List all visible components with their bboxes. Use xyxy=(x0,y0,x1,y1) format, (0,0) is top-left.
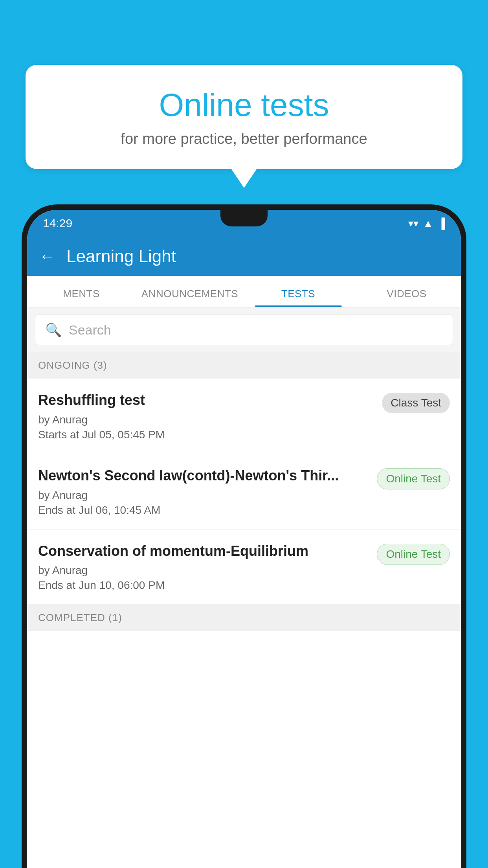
test-list: Reshuffling test by Anurag Starts at Jul… xyxy=(27,379,461,605)
test-item[interactable]: Reshuffling test by Anurag Starts at Jul… xyxy=(27,379,461,454)
notch xyxy=(220,210,268,226)
phone-frame: 14:29 ▾▾ ▲ ▐ ← Learning Light MENTS ANNO… xyxy=(22,204,466,868)
test-info: Reshuffling test by Anurag Starts at Jul… xyxy=(38,391,374,441)
speech-bubble-subtitle: for more practice, better performance xyxy=(49,131,439,147)
test-date: Starts at Jul 05, 05:45 PM xyxy=(38,428,374,441)
test-info: Conservation of momentum-Equilibrium by … xyxy=(38,542,369,592)
ongoing-section-header: ONGOING (3) xyxy=(27,352,461,379)
test-item[interactable]: Conservation of momentum-Equilibrium by … xyxy=(27,530,461,605)
test-by: by Anurag xyxy=(38,414,374,426)
test-badge-online-2: Online Test xyxy=(377,544,450,565)
speech-bubble: Online tests for more practice, better p… xyxy=(26,65,462,169)
app-header: ← Learning Light xyxy=(27,237,461,276)
tab-announcements[interactable]: ANNOUNCEMENTS xyxy=(136,288,244,307)
search-bar[interactable]: 🔍 Search xyxy=(35,314,453,345)
status-icons: ▾▾ ▲ ▐ xyxy=(408,217,445,230)
completed-section-header: COMPLETED (1) xyxy=(27,605,461,631)
test-name: Reshuffling test xyxy=(38,391,374,410)
test-date: Ends at Jun 10, 06:00 PM xyxy=(38,579,369,592)
back-button[interactable]: ← xyxy=(39,247,55,266)
test-name: Conservation of momentum-Equilibrium xyxy=(38,542,369,561)
speech-bubble-title: Online tests xyxy=(49,86,439,123)
tab-ments[interactable]: MENTS xyxy=(27,288,136,307)
test-by: by Anurag xyxy=(38,489,369,502)
tab-videos[interactable]: VIDEOS xyxy=(352,288,461,307)
phone-screen: 14:29 ▾▾ ▲ ▐ ← Learning Light MENTS ANNO… xyxy=(27,210,461,868)
test-name: Newton's Second law(contd)-Newton's Thir… xyxy=(38,467,369,485)
tab-tests[interactable]: TESTS xyxy=(244,288,352,307)
status-time: 14:29 xyxy=(43,217,72,230)
test-date: Ends at Jul 06, 10:45 AM xyxy=(38,504,369,517)
search-container: 🔍 Search xyxy=(27,307,461,352)
search-icon: 🔍 xyxy=(45,322,62,338)
wifi-icon: ▾▾ xyxy=(408,217,418,230)
test-info: Newton's Second law(contd)-Newton's Thir… xyxy=(38,467,369,517)
tab-bar: MENTS ANNOUNCEMENTS TESTS VIDEOS xyxy=(27,276,461,307)
app-title: Learning Light xyxy=(66,246,176,266)
test-badge-online: Online Test xyxy=(377,468,450,489)
test-item[interactable]: Newton's Second law(contd)-Newton's Thir… xyxy=(27,454,461,530)
test-by: by Anurag xyxy=(38,564,369,577)
battery-icon: ▐ xyxy=(438,217,445,230)
test-badge-class: Class Test xyxy=(382,393,450,413)
signal-icon: ▲ xyxy=(423,217,433,230)
search-input[interactable]: Search xyxy=(69,322,111,338)
